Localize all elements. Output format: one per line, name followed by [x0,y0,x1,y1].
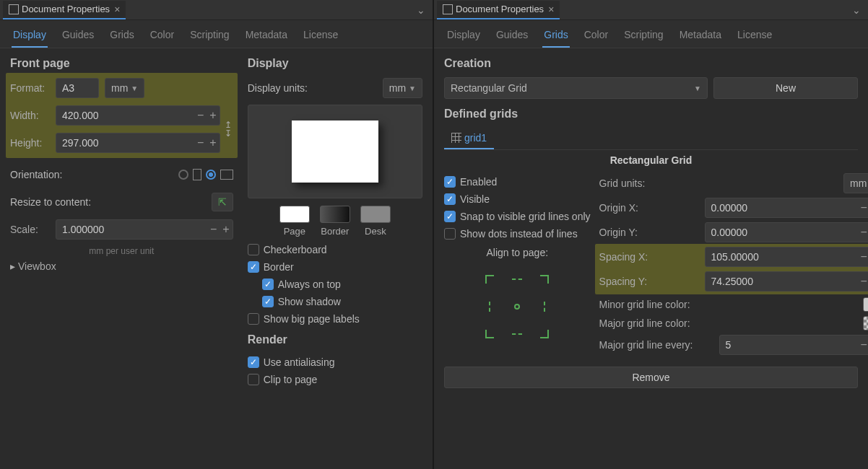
new-grid-button[interactable]: New [713,77,858,99]
scale-input[interactable] [56,220,207,239]
portrait-icon [193,169,201,180]
height-dec[interactable]: − [194,136,207,149]
tab-grids[interactable]: Grids [108,26,135,48]
minor-color-swatch[interactable] [863,297,868,312]
display-section: Display Display units: mm ▼ Page [248,57,422,388]
title-label: Document Properties [22,4,110,14]
page-preview [248,105,422,198]
clip-checkbox[interactable] [248,374,259,385]
width-label: Width: [10,110,50,121]
tab-grids-r[interactable]: Grids [542,26,569,48]
tab-license-r[interactable]: License [736,26,773,48]
scale-dec[interactable]: − [207,223,220,236]
align-tl[interactable] [479,268,500,290]
tab-display-r[interactable]: Display [446,26,482,48]
orientation-label: Orientation: [10,169,173,180]
tab-color[interactable]: Color [149,26,175,48]
format-input[interactable] [56,78,99,98]
align-bl[interactable] [479,323,500,345]
align-l[interactable] [479,296,500,317]
viewbox-disclosure[interactable]: ▸ Viewbox [10,256,233,276]
border-color-swatch[interactable] [320,206,350,223]
spacing-x-input[interactable] [706,247,858,266]
close-icon[interactable]: × [548,4,554,15]
caret-icon: ▼ [131,84,138,92]
major-color-swatch[interactable] [863,316,868,330]
scale-spinbox[interactable]: − + [56,219,233,240]
width-inc[interactable]: + [207,109,219,122]
orient-portrait-radio[interactable] [178,170,188,180]
chevron-down-icon[interactable]: ⌄ [412,3,430,17]
titlebar-left: Document Properties × ⌄ [0,0,433,20]
tab-guides[interactable]: Guides [61,26,95,48]
width-spinbox[interactable]: − + [56,105,220,126]
resize-button[interactable]: ⇱ [212,193,233,211]
grid-props-title: Rectangular Grid [444,150,858,173]
spacing-y-input[interactable] [706,272,858,291]
align-b[interactable] [506,323,528,345]
origin-x-spinbox[interactable]: −+ [705,198,868,218]
major-every-input[interactable] [720,336,858,354]
close-icon[interactable]: × [114,4,120,15]
scale-label: Scale: [10,224,50,235]
tab-guides-r[interactable]: Guides [495,26,529,48]
tab-scripting[interactable]: Scripting [188,26,230,48]
border-checkbox[interactable] [248,261,259,273]
height-input[interactable] [56,133,194,152]
tab-color-r[interactable]: Color [583,26,609,48]
display-units-dropdown[interactable]: mm ▼ [383,78,422,98]
align-tr[interactable] [534,268,555,290]
enabled-checkbox[interactable] [444,176,456,188]
checkerboard-checkbox[interactable] [248,244,259,255]
show-big-labels-checkbox[interactable] [248,313,259,325]
major-color-label: Major grid line color: [599,317,859,329]
title-tab-docprops-r[interactable]: Document Properties × [437,1,560,19]
visible-checkbox[interactable] [444,193,456,205]
page-color-swatch[interactable] [279,206,310,223]
scale-hint: mm per user unit [10,246,233,256]
height-spinbox[interactable]: − + [56,133,220,153]
docprops-icon [443,4,453,14]
width-dec[interactable]: − [194,109,207,122]
tab-license[interactable]: License [302,26,339,48]
width-input[interactable] [56,106,194,125]
tab-metadata-r[interactable]: Metadata [678,26,723,48]
grid-units-dropdown[interactable]: mm ▼ [843,173,868,193]
remove-grid-button[interactable]: Remove [444,367,858,388]
grid-tab-grid1[interactable]: grid1 [444,128,494,149]
show-shadow-checkbox[interactable] [262,296,274,307]
major-every-spinbox[interactable]: −+ [719,335,868,355]
desk-color-swatch[interactable] [360,206,391,223]
origin-y-input[interactable] [706,223,858,242]
format-units-dropdown[interactable]: mm ▼ [105,78,144,98]
tab-scripting-r[interactable]: Scripting [622,26,664,48]
align-r[interactable] [534,296,555,317]
chevron-down-icon[interactable]: ⌄ [848,3,865,17]
swap-wh-icon[interactable]: ↥↧ [223,119,233,139]
grid-type-dropdown[interactable]: Rectangular Grid ▼ [444,77,708,99]
show-dots-checkbox[interactable] [444,228,456,240]
orient-landscape-radio[interactable] [206,170,216,180]
scale-inc[interactable]: + [220,223,232,236]
align-br[interactable] [534,323,555,345]
snap-visible-checkbox[interactable] [444,211,456,222]
use-aa-checkbox[interactable] [248,356,259,368]
always-on-top-checkbox[interactable] [262,279,274,290]
spacing-x-spinbox[interactable]: −+ [705,247,868,267]
creation-heading: Creation [444,57,858,70]
origin-x-input[interactable] [706,198,858,217]
title-tab-docprops[interactable]: Document Properties × [3,1,126,19]
minor-color-label: Minor grid line color: [599,299,859,310]
tab-display[interactable]: Display [12,26,48,48]
align-c[interactable] [506,296,528,317]
landscape-icon [220,170,233,180]
titlebar-right: Document Properties × ⌄ [434,0,868,20]
height-inc[interactable]: + [207,136,219,149]
display-units-label: Display units: [248,82,377,94]
spacing-y-spinbox[interactable]: −+ [705,271,868,292]
align-t[interactable] [506,268,528,290]
origin-y-spinbox[interactable]: −+ [705,222,868,242]
page-thumb [292,120,378,183]
display-heading: Display [248,57,422,70]
tab-metadata[interactable]: Metadata [244,26,289,48]
